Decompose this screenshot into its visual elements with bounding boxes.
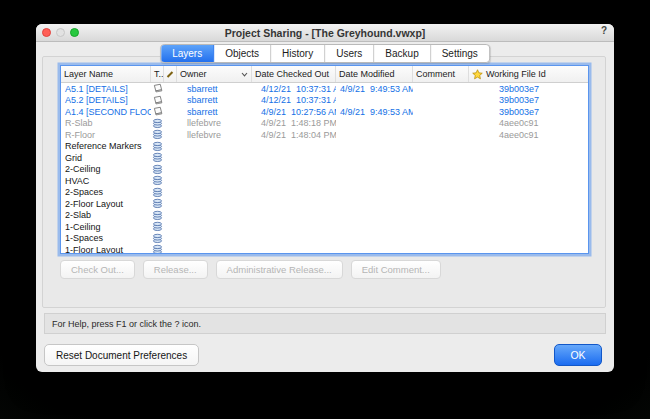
sheet-layer-icon — [152, 83, 163, 94]
design-layer-icon — [152, 164, 163, 175]
column-header-owner[interactable]: Owner — [177, 66, 252, 82]
check-out-button[interactable]: Check Out... — [60, 260, 135, 279]
working-file-id-cell: 39b003e7 — [469, 84, 588, 94]
layers-tab-panel: Layer Name T... Owner Date Checked Out D… — [42, 56, 606, 308]
layer-type-cell — [151, 210, 164, 221]
layer-type-cell — [151, 221, 164, 232]
owner-cell: sbarrett — [177, 107, 252, 117]
layer-name-cell: 2-Floor Layout — [61, 199, 151, 209]
owner-cell: llefebvre — [177, 130, 252, 140]
design-layer-icon — [152, 244, 163, 254]
layer-type-cell — [151, 164, 164, 175]
edit-comment-button[interactable]: Edit Comment... — [351, 260, 441, 279]
tab-layers[interactable]: Layers — [161, 45, 214, 62]
help-icon[interactable]: ? — [601, 25, 607, 36]
working-file-id-cell: 4aee0c91 — [469, 130, 588, 140]
table-row[interactable]: R-Floor llefebvre 4/9/21 1:48:04 PM 4aee… — [61, 129, 588, 141]
tab-history[interactable]: History — [271, 45, 325, 62]
reset-document-preferences-button[interactable]: Reset Document Preferences — [44, 344, 199, 366]
column-header-working-file-id[interactable]: Working File Id — [469, 66, 588, 82]
layer-name-cell: A5.1 [DETAILS] — [61, 84, 151, 94]
date-modified-cell: 4/9/21 9:49:53 AM — [336, 107, 413, 117]
column-header-date-checked-out[interactable]: Date Checked Out — [252, 66, 336, 82]
layer-type-cell — [151, 118, 164, 129]
layer-name-cell: 1-Floor Layout — [61, 245, 151, 254]
window-title: Project Sharing - [The Greyhound.vwxp] — [225, 27, 426, 39]
layer-name-cell: 2-Ceiling — [61, 164, 151, 174]
tab-backup[interactable]: Backup — [374, 45, 430, 62]
tab-objects[interactable]: Objects — [214, 45, 271, 62]
design-layer-icon — [152, 175, 163, 186]
zoom-button[interactable] — [70, 28, 79, 37]
working-file-id-cell: 4aee0c91 — [469, 118, 588, 128]
layer-name-cell: R-Floor — [61, 130, 151, 140]
sort-chevron-down-icon — [241, 72, 248, 77]
date-modified-cell: 4/9/21 9:49:53 AM — [336, 84, 413, 94]
layer-type-cell — [151, 129, 164, 140]
design-layer-icon — [152, 221, 163, 232]
layer-name-cell: HVAC — [61, 176, 151, 186]
table-row[interactable]: R-Slab llefebvre 4/9/21 1:48:18 PM 4aee0… — [61, 118, 588, 130]
date-checked-out-cell: 4/9/21 1:48:04 PM — [252, 130, 336, 140]
design-layer-icon — [152, 187, 163, 198]
layer-name-cell: Reference Markers — [61, 141, 151, 151]
date-checked-out-cell: 4/9/21 10:27:56 AM — [252, 107, 336, 117]
layer-type-cell — [151, 175, 164, 186]
table-row[interactable]: Grid — [61, 152, 588, 164]
table-row[interactable]: 2-Ceiling — [61, 164, 588, 176]
date-checked-out-cell: 4/12/21 10:37:31 AM — [252, 84, 336, 94]
desktop-background: Project Sharing - [The Greyhound.vwxp] ?… — [0, 0, 650, 419]
date-checked-out-cell: 4/12/21 10:37:31 AM — [252, 95, 336, 105]
table-body: A5.1 [DETAILS] sbarrett 4/12/21 10:37:31… — [61, 83, 588, 254]
release-button[interactable]: Release... — [143, 260, 208, 279]
table-row[interactable]: Reference Markers — [61, 141, 588, 153]
table-row[interactable]: 2-Slab — [61, 210, 588, 222]
column-header-status[interactable] — [164, 66, 177, 82]
diamond-icon — [167, 71, 173, 77]
table-row[interactable]: 2-Floor Layout — [61, 198, 588, 210]
tab-users[interactable]: Users — [325, 45, 374, 62]
layer-name-cell: 1-Spaces — [61, 233, 151, 243]
table-header-row: Layer Name T... Owner Date Checked Out D… — [61, 66, 588, 83]
ok-button[interactable]: OK — [554, 344, 602, 366]
design-layer-icon — [152, 198, 163, 209]
action-button-row: Check Out... Release... Administrative R… — [60, 260, 441, 279]
sheet-layer-icon — [152, 106, 163, 117]
close-button[interactable] — [42, 28, 51, 37]
table-row[interactable]: 1-Ceiling — [61, 221, 588, 233]
design-layer-icon — [152, 129, 163, 140]
column-header-type[interactable]: T... — [151, 66, 164, 82]
layer-type-cell — [151, 152, 164, 163]
project-sharing-dialog: Project Sharing - [The Greyhound.vwxp] ?… — [36, 24, 614, 372]
column-header-comment[interactable]: Comment — [413, 66, 469, 82]
table-row[interactable]: A5.1 [DETAILS] sbarrett 4/12/21 10:37:31… — [61, 83, 588, 95]
layers-table[interactable]: Layer Name T... Owner Date Checked Out D… — [60, 65, 589, 254]
design-layer-icon — [152, 152, 163, 163]
sheet-layer-icon — [152, 95, 163, 106]
table-row[interactable]: A1.4 [SECOND FLOOR E… sbarrett 4/9/21 10… — [61, 106, 588, 118]
column-header-layer-name[interactable]: Layer Name — [61, 66, 151, 82]
table-row[interactable]: 1-Spaces — [61, 233, 588, 245]
design-layer-icon — [152, 118, 163, 129]
table-row[interactable]: A5.2 [DETAILS] sbarrett 4/12/21 10:37:31… — [61, 95, 588, 107]
layer-type-cell — [151, 83, 164, 94]
help-strip: For Help, press F1 or click the ? icon. — [44, 313, 606, 334]
column-header-date-modified[interactable]: Date Modified — [336, 66, 413, 82]
working-file-id-cell: 39b003e7 — [469, 107, 588, 117]
layer-name-cell: R-Slab — [61, 118, 151, 128]
layer-type-cell — [151, 106, 164, 117]
titlebar[interactable]: Project Sharing - [The Greyhound.vwxp] ? — [36, 24, 614, 42]
layer-type-cell — [151, 244, 164, 254]
tab-settings[interactable]: Settings — [431, 45, 489, 62]
table-row[interactable]: 1-Floor Layout — [61, 244, 588, 254]
minimize-button[interactable] — [56, 28, 65, 37]
table-row[interactable]: 2-Spaces — [61, 187, 588, 199]
layer-name-cell: A1.4 [SECOND FLOOR E… — [61, 107, 151, 117]
layer-type-cell — [151, 141, 164, 152]
layer-type-cell — [151, 187, 164, 198]
layer-name-cell: 2-Slab — [61, 210, 151, 220]
table-row[interactable]: HVAC — [61, 175, 588, 187]
layer-type-cell — [151, 95, 164, 106]
administrative-release-button[interactable]: Administrative Release... — [216, 260, 343, 279]
owner-cell: llefebvre — [177, 118, 252, 128]
